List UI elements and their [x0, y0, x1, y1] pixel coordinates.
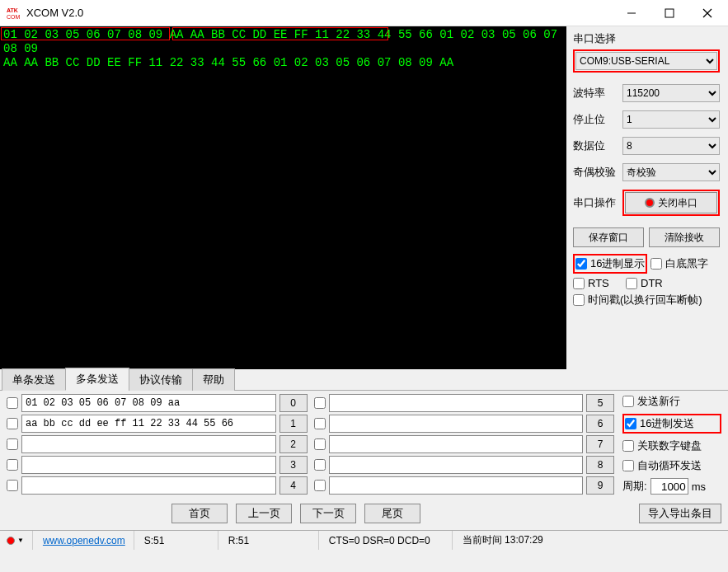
parity-label: 奇偶校验: [573, 165, 618, 180]
port-toggle-button[interactable]: 关闭串口: [625, 192, 717, 213]
status-signals: CTS=0 DSR=0 DCD=0: [321, 531, 453, 550]
send-row-button[interactable]: 0: [279, 394, 308, 412]
last-page-button[interactable]: 尾页: [364, 504, 420, 523]
status-time: 当前时间 13:07:29: [454, 531, 552, 550]
status-recv: R:51: [220, 531, 319, 550]
baud-label: 波特率: [573, 86, 618, 101]
send-row-checkbox[interactable]: [7, 480, 18, 491]
send-newline-label: 发送新行: [637, 394, 680, 409]
tab-multi-send[interactable]: 多条发送: [65, 368, 129, 391]
side-panel: 串口选择 COM9:USB-SERIAL 波特率 115200 停止位 1 数据…: [566, 26, 728, 369]
port-section-label: 串口选择: [573, 31, 720, 46]
period-label: 周期:: [622, 479, 647, 494]
hex-send-checkbox[interactable]: [625, 418, 636, 429]
baud-select[interactable]: 115200: [622, 84, 720, 102]
databit-select[interactable]: 8: [622, 137, 720, 155]
send-row-checkbox[interactable]: [314, 418, 326, 429]
titlebar: ATKCOM XCOM V2.0: [0, 0, 728, 26]
send-row-input[interactable]: [21, 456, 276, 474]
dtr-checkbox[interactable]: [626, 278, 637, 289]
close-button[interactable]: [688, 1, 726, 26]
send-row: 3: [7, 456, 308, 474]
clear-recv-button[interactable]: 清除接收: [649, 227, 720, 247]
tab-protocol[interactable]: 协议传输: [129, 368, 193, 391]
hex-display-checkbox[interactable]: [575, 258, 587, 270]
send-row-checkbox[interactable]: [7, 459, 18, 471]
period-input[interactable]: [651, 478, 688, 495]
app-logo: ATKCOM: [7, 6, 21, 21]
status-url[interactable]: www.openedv.com: [43, 535, 125, 546]
send-row-input[interactable]: [329, 435, 584, 453]
send-row-input[interactable]: [329, 394, 584, 412]
tab-single-send[interactable]: 单条发送: [2, 368, 66, 391]
send-row-input[interactable]: [21, 435, 276, 453]
data-label: 数据位: [573, 138, 618, 153]
send-row-button[interactable]: 4: [279, 476, 308, 495]
send-row-input[interactable]: [21, 476, 276, 495]
send-row-input[interactable]: [21, 415, 276, 433]
svg-rect-3: [665, 9, 674, 17]
import-export-button[interactable]: 导入导出条目: [639, 504, 721, 523]
dtr-label: DTR: [641, 277, 663, 289]
status-dot-icon: [7, 537, 15, 545]
first-page-button[interactable]: 首页: [171, 504, 228, 523]
send-row-checkbox[interactable]: [314, 397, 326, 409]
send-row: 9: [314, 476, 615, 495]
send-row-checkbox[interactable]: [7, 397, 18, 409]
stopbit-select[interactable]: 1: [622, 110, 720, 129]
send-row-input[interactable]: [329, 456, 584, 474]
white-bg-checkbox[interactable]: [651, 258, 662, 270]
send-row-checkbox[interactable]: [314, 480, 326, 491]
hex-display-label: 16进制显示: [590, 256, 645, 271]
multi-send-area: 01234 56789 发送新行 16进制发送 关联数字键盘 自动循环发送 周期…: [0, 391, 728, 500]
op-label: 串口操作: [573, 195, 618, 210]
minimize-button[interactable]: [613, 1, 651, 26]
prev-page-button[interactable]: 上一页: [236, 504, 292, 523]
svg-text:ATK: ATK: [7, 7, 18, 13]
send-row: 2: [7, 435, 308, 453]
send-row: 1: [7, 415, 308, 433]
send-row-checkbox[interactable]: [7, 418, 18, 429]
status-bar: ▼ www.openedv.com S:51 R:51 CTS=0 DSR=0 …: [0, 530, 728, 550]
record-icon: [645, 198, 655, 208]
send-row: 5: [314, 394, 615, 412]
send-options: 发送新行 16进制发送 关联数字键盘 自动循环发送 周期: ms: [622, 394, 721, 497]
save-window-button[interactable]: 保存窗口: [573, 227, 644, 247]
rts-checkbox[interactable]: [573, 278, 585, 289]
svg-text:COM: COM: [7, 14, 21, 20]
send-row-button[interactable]: 1: [279, 415, 308, 433]
hex-send-label: 16进制发送: [640, 416, 694, 431]
send-row-input[interactable]: [329, 415, 584, 433]
terminal-line: 01 02 03 05 06 07 08 09 AA AA BB CC DD E…: [3, 28, 563, 56]
send-row-checkbox[interactable]: [314, 459, 326, 471]
numpad-label: 关联数字键盘: [637, 438, 702, 453]
send-newline-checkbox[interactable]: [622, 396, 634, 407]
numpad-checkbox[interactable]: [622, 440, 634, 452]
send-row-checkbox[interactable]: [7, 438, 18, 450]
nav-row: 首页 上一页 下一页 尾页 导入导出条目: [0, 500, 728, 530]
terminal-line: AA AA BB CC DD EE FF 11 22 33 44 55 66 0…: [3, 56, 563, 70]
tab-help[interactable]: 帮助: [192, 368, 235, 391]
next-page-button[interactable]: 下一页: [300, 504, 356, 523]
chevron-down-icon[interactable]: ▼: [17, 537, 24, 544]
parity-select[interactable]: 奇校验: [622, 163, 720, 181]
send-row-button[interactable]: 9: [586, 476, 614, 495]
send-row: 4: [7, 476, 308, 495]
send-row-button[interactable]: 7: [586, 435, 614, 453]
send-row: 8: [314, 456, 615, 474]
port-select[interactable]: COM9:USB-SERIAL: [575, 52, 717, 70]
autoloop-label: 自动循环发送: [637, 458, 702, 473]
period-unit: ms: [692, 481, 706, 493]
send-row-input[interactable]: [329, 476, 584, 495]
send-row-button[interactable]: 2: [279, 435, 308, 453]
send-row-button[interactable]: 8: [586, 456, 614, 474]
timestamp-checkbox[interactable]: [573, 294, 585, 306]
send-row-checkbox[interactable]: [314, 438, 326, 450]
send-row-input[interactable]: [21, 394, 276, 412]
send-row-button[interactable]: 5: [586, 394, 614, 412]
send-row-button[interactable]: 6: [586, 415, 614, 433]
send-row-button[interactable]: 3: [279, 456, 308, 474]
autoloop-checkbox[interactable]: [622, 460, 634, 471]
send-row: 7: [314, 435, 615, 453]
maximize-button[interactable]: [651, 1, 688, 26]
